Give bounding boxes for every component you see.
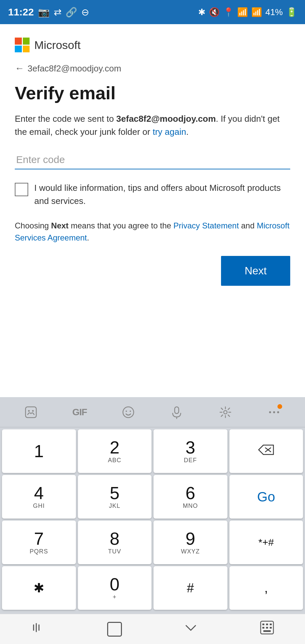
more-icon[interactable]: [264, 402, 284, 422]
svg-point-11: [277, 411, 279, 413]
description: Enter the code we sent to 3efac8f2@moodj…: [15, 112, 290, 139]
status-time: 11:22: [8, 6, 34, 18]
link-icon: 🔗: [66, 7, 77, 18]
keyboard-area: GIF: [0, 397, 305, 644]
battery-percent: 41%: [265, 7, 283, 17]
code-input-container: [15, 151, 290, 169]
gif-icon[interactable]: GIF: [70, 402, 90, 422]
screen-icon: 📷: [38, 7, 50, 18]
svg-rect-22: [266, 627, 268, 629]
key-6[interactable]: 6 MNO: [154, 475, 227, 519]
ms-green-square: [23, 38, 30, 45]
checkbox-row: I would like information, tips and offer…: [15, 181, 290, 208]
main-content: Microsoft ← 3efac8f2@moodjoy.com Verify …: [0, 24, 305, 296]
settings-icon[interactable]: [215, 402, 235, 422]
key-row-1: 1 2 ABC 3 DEF: [2, 429, 303, 473]
svg-rect-21: [262, 627, 264, 629]
svg-rect-18: [262, 624, 264, 625]
svg-rect-20: [270, 624, 272, 625]
phone-keyboard: 1 2 ABC 3 DEF: [0, 427, 305, 614]
keyboard-toolbar: GIF: [0, 397, 305, 427]
microsoft-logo: Microsoft: [15, 38, 290, 52]
agreement-prefix: Choosing: [15, 221, 51, 230]
key-comma[interactable]: ,: [229, 566, 303, 610]
ms-blue-square: [15, 46, 22, 53]
key-1[interactable]: 1: [2, 429, 76, 473]
svg-rect-19: [266, 624, 268, 625]
privacy-statement-link[interactable]: Privacy Statement: [173, 221, 239, 230]
agreement-text: Choosing Next means that you agree to th…: [15, 220, 290, 244]
back-nav-button[interactable]: [21, 617, 56, 641]
agreement-middle: means that you agree to the: [69, 221, 173, 230]
svg-point-3: [123, 407, 134, 418]
svg-point-9: [269, 411, 271, 413]
page-title: Verify email: [15, 83, 290, 103]
key-0[interactable]: 0 +: [78, 566, 152, 610]
microphone-icon[interactable]: [167, 402, 187, 422]
key-row-4: ✱ 0 + # ,: [2, 566, 303, 610]
code-input[interactable]: [15, 151, 290, 169]
key-backspace[interactable]: [229, 429, 303, 473]
svg-rect-23: [270, 627, 272, 629]
agreement-next-bold: Next: [51, 221, 69, 230]
description-email: 3efac8f2@moodjoy.com: [116, 114, 216, 124]
wifi-signal-icon: 📶: [237, 7, 248, 17]
bottom-nav: [0, 614, 305, 644]
key-asterisk[interactable]: ✱: [2, 566, 76, 610]
sticker-icon[interactable]: [21, 402, 41, 422]
svg-rect-0: [26, 407, 36, 418]
try-again-link[interactable]: try again: [152, 127, 186, 137]
svg-point-4: [126, 411, 127, 412]
svg-point-5: [130, 411, 131, 412]
keyboard-nav-button[interactable]: [250, 617, 285, 641]
emoji-icon[interactable]: [118, 402, 138, 422]
notification-dot: [277, 404, 282, 409]
signal-bars-icon: 📶: [251, 7, 262, 17]
key-2[interactable]: 2 ABC: [78, 429, 152, 473]
back-link[interactable]: ← 3efac8f2@moodjoy.com: [15, 63, 290, 74]
agreement-and: and: [239, 221, 257, 230]
minus-icon: ⊖: [81, 7, 89, 18]
description-start: Enter the code we sent to: [15, 114, 116, 124]
svg-point-1: [28, 410, 30, 412]
ms-yellow-square: [23, 46, 30, 53]
key-3[interactable]: 3 DEF: [154, 429, 227, 473]
recent-nav-button[interactable]: [173, 617, 208, 641]
key-5[interactable]: 5 JKL: [78, 475, 152, 519]
description-end: .: [186, 127, 188, 137]
button-row: Next: [15, 256, 290, 286]
mute-icon: 🔇: [209, 7, 220, 17]
home-nav-button[interactable]: [97, 619, 132, 640]
location-icon: 📍: [223, 7, 234, 17]
back-arrow-icon: ←: [15, 63, 24, 74]
key-symbols[interactable]: *+#: [229, 521, 303, 564]
ms-logo-grid: [15, 38, 30, 52]
back-email: 3efac8f2@moodjoy.com: [28, 63, 121, 74]
key-9[interactable]: 9 WXYZ: [154, 521, 227, 564]
marketing-checkbox[interactable]: [15, 183, 28, 196]
key-row-3: 7 PQRS 8 TUV 9 WXYZ *+#: [2, 521, 303, 564]
ms-red-square: [15, 38, 22, 45]
svg-rect-24: [263, 630, 271, 632]
key-7[interactable]: 7 PQRS: [2, 521, 76, 564]
key-8[interactable]: 8 TUV: [78, 521, 152, 564]
svg-rect-6: [175, 407, 179, 414]
wifi-icon: ⇄: [54, 7, 61, 18]
agreement-suffix: .: [87, 233, 89, 242]
key-row-2: 4 GHI 5 JKL 6 MNO Go: [2, 475, 303, 519]
svg-point-8: [224, 411, 227, 414]
bluetooth-icon: ✱: [198, 7, 206, 17]
next-button[interactable]: Next: [221, 256, 290, 286]
battery-icon: 🔋: [286, 7, 297, 17]
ms-logo-text: Microsoft: [34, 39, 81, 52]
svg-point-2: [32, 410, 34, 412]
key-4[interactable]: 4 GHI: [2, 475, 76, 519]
key-hash[interactable]: #: [154, 566, 227, 610]
key-go[interactable]: Go: [229, 475, 303, 519]
checkbox-label: I would like information, tips and offer…: [34, 181, 290, 208]
status-bar: 11:22 📷 ⇄ 🔗 ⊖ ✱ 🔇 📍 📶 📶 41% 🔋: [0, 0, 305, 24]
svg-point-10: [273, 411, 275, 413]
